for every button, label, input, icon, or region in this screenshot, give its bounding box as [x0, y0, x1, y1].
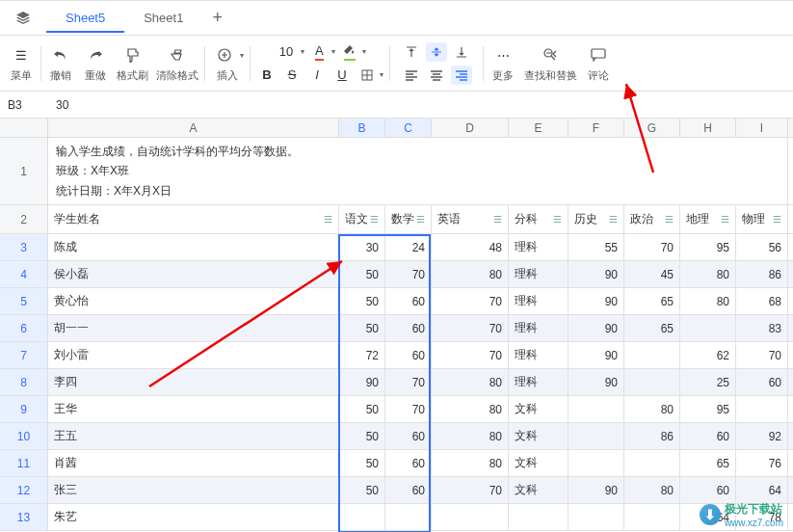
- layers-button[interactable]: [8, 5, 39, 32]
- col-header-h[interactable]: H: [680, 119, 736, 137]
- cell[interactable]: 60: [385, 477, 432, 503]
- cell[interactable]: 王五: [48, 423, 339, 449]
- col-header-g[interactable]: G: [624, 119, 680, 137]
- menu-icon[interactable]: ☰: [8, 43, 35, 66]
- cell[interactable]: 分科☰: [509, 205, 568, 233]
- cell[interactable]: [339, 504, 385, 530]
- cell[interactable]: 92: [736, 423, 788, 449]
- cell[interactable]: 70: [624, 234, 680, 260]
- cell[interactable]: [624, 342, 680, 368]
- cell[interactable]: 90: [568, 342, 624, 368]
- cell[interactable]: 80: [680, 288, 736, 314]
- col-header-f[interactable]: F: [568, 119, 624, 137]
- format-painter-button[interactable]: [119, 43, 146, 66]
- row-header[interactable]: 8: [0, 369, 48, 395]
- filter-icon[interactable]: ☰: [370, 214, 379, 225]
- cell[interactable]: 输入学生成绩，自动统计学科的平均分等数据。 班级：X年X班 统计日期：X年X月X…: [48, 138, 788, 204]
- cell[interactable]: 62: [680, 342, 736, 368]
- cell[interactable]: 95: [680, 234, 736, 260]
- col-header-b[interactable]: B: [339, 119, 385, 137]
- cell[interactable]: 90: [339, 369, 385, 395]
- cell[interactable]: 80: [624, 477, 680, 503]
- underline-button[interactable]: U: [331, 66, 353, 85]
- cell[interactable]: 50: [339, 396, 385, 422]
- cell[interactable]: 理科: [509, 288, 568, 314]
- cell[interactable]: 24: [385, 234, 432, 260]
- cell[interactable]: 理科: [509, 369, 568, 395]
- cell[interactable]: 90: [568, 261, 624, 287]
- cell[interactable]: [680, 315, 736, 341]
- chevron-down-icon[interactable]: ▾: [331, 47, 335, 56]
- cell[interactable]: 60: [385, 288, 432, 314]
- valign-top-button[interactable]: [401, 42, 422, 62]
- cell[interactable]: 80: [680, 261, 736, 287]
- cell[interactable]: 70: [385, 261, 432, 287]
- col-header-d[interactable]: D: [432, 119, 509, 137]
- cell[interactable]: [568, 396, 624, 422]
- valign-middle-button[interactable]: [426, 42, 447, 62]
- chevron-down-icon[interactable]: ▾: [240, 51, 244, 60]
- cell[interactable]: 65: [624, 288, 680, 314]
- cell[interactable]: 90: [568, 315, 624, 341]
- find-replace-button[interactable]: [538, 43, 565, 66]
- row-header[interactable]: 11: [0, 450, 48, 476]
- row-header[interactable]: 10: [0, 423, 48, 449]
- cell[interactable]: [385, 504, 432, 530]
- cell[interactable]: 70: [432, 288, 509, 314]
- cell[interactable]: 80: [432, 396, 509, 422]
- cell[interactable]: 朱艺: [48, 504, 339, 530]
- row-header[interactable]: 7: [0, 342, 48, 368]
- cell[interactable]: 70: [432, 477, 509, 503]
- cell[interactable]: 30: [339, 234, 385, 260]
- cell[interactable]: 文科: [509, 450, 568, 476]
- cell[interactable]: 68: [736, 288, 788, 314]
- cell[interactable]: [624, 450, 680, 476]
- cell[interactable]: 侯小磊: [48, 261, 339, 287]
- cell[interactable]: 50: [339, 288, 385, 314]
- cell[interactable]: 60: [680, 423, 736, 449]
- filter-icon[interactable]: ☰: [721, 214, 729, 225]
- borders-button[interactable]: [357, 66, 378, 85]
- fill-color-button[interactable]: [339, 42, 360, 62]
- cell[interactable]: 90: [568, 369, 624, 395]
- font-size-value[interactable]: 10: [274, 44, 299, 59]
- cell[interactable]: 文科: [509, 477, 568, 503]
- cell[interactable]: 50: [339, 477, 385, 503]
- valign-bottom-button[interactable]: [451, 42, 472, 62]
- row-header[interactable]: 9: [0, 396, 48, 422]
- cell[interactable]: 65: [680, 450, 736, 476]
- cell-value[interactable]: 30: [48, 98, 76, 112]
- filter-icon[interactable]: ☰: [773, 214, 781, 225]
- comments-button[interactable]: [585, 43, 612, 66]
- cell[interactable]: 70: [736, 342, 788, 368]
- cell[interactable]: 80: [432, 369, 509, 395]
- strikethrough-button[interactable]: S: [281, 66, 303, 85]
- bold-button[interactable]: B: [256, 66, 278, 85]
- row-header[interactable]: 1: [0, 138, 48, 204]
- cell[interactable]: 60: [385, 450, 432, 476]
- filter-icon[interactable]: ☰: [609, 214, 618, 225]
- cell[interactable]: 文科: [509, 396, 568, 422]
- cell[interactable]: 86: [624, 423, 680, 449]
- cell[interactable]: [568, 423, 624, 449]
- cell[interactable]: 50: [339, 261, 385, 287]
- cell[interactable]: 60: [385, 315, 432, 341]
- add-sheet-button[interactable]: +: [202, 2, 232, 34]
- cell[interactable]: [568, 504, 624, 530]
- cell[interactable]: 理科: [509, 234, 568, 260]
- row-header[interactable]: 12: [0, 477, 48, 503]
- cell[interactable]: [624, 504, 680, 530]
- chevron-down-icon[interactable]: ▾: [301, 47, 304, 56]
- row-header[interactable]: 13: [0, 504, 48, 530]
- cell[interactable]: 95: [680, 396, 736, 422]
- cell[interactable]: 72: [339, 342, 385, 368]
- select-all-corner[interactable]: [0, 119, 48, 137]
- cell[interactable]: 48: [432, 234, 509, 260]
- row-header[interactable]: 5: [0, 288, 48, 314]
- tab-sheet1[interactable]: Sheet1: [124, 3, 202, 33]
- cell[interactable]: 理科: [509, 315, 568, 341]
- row-header[interactable]: 2: [0, 205, 48, 233]
- cell[interactable]: 80: [432, 450, 509, 476]
- cell[interactable]: 86: [736, 261, 788, 287]
- cell[interactable]: 55: [568, 234, 624, 260]
